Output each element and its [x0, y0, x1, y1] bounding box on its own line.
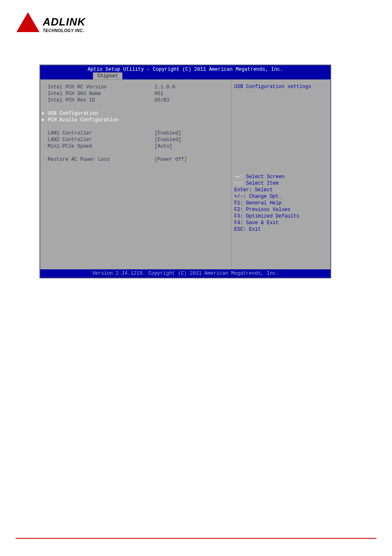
rc-version-value: 1.1.0.0	[154, 84, 229, 90]
submenu-pch-azalia[interactable]: ▶ PCH Azalia Configuration	[40, 117, 231, 123]
nav-key: ↑↓:	[234, 181, 243, 186]
nav-f2: F2: Previous Values	[234, 206, 328, 213]
rc-version-label: Intel PCH RC Version	[48, 84, 154, 90]
nav-enter: Enter: Select	[234, 187, 328, 193]
option-row-minipcie[interactable]: Mini-PCIe Speed [Auto]	[40, 143, 231, 150]
bios-header: Aptio Setup Utility – Copyright (C) 2011…	[40, 65, 330, 79]
sku-name-label: Intel PCH SKU Name	[48, 90, 154, 97]
nav-f4: F4: Save & Exit	[234, 220, 328, 226]
rev-id-label: Intel PCH Rev ID	[48, 97, 154, 104]
nav-change-opt: +/-: Change Opt.	[234, 193, 328, 200]
bios-window: Aptio Setup Utility – Copyright (C) 2011…	[39, 65, 331, 278]
sku-name-value: H61	[154, 90, 229, 97]
lan2-value: [Enabled]	[154, 137, 229, 143]
nav-text: Select Screen	[243, 174, 285, 180]
option-row-lan1[interactable]: LAN1 Controller [Enabled]	[40, 130, 231, 137]
minipcie-label: Mini-PCIe Speed	[48, 143, 154, 150]
rev-id-value: 05/B3	[154, 97, 229, 104]
nav-help-block: →←: Select Screen ↑↓: Select Item Enter:…	[234, 174, 328, 233]
info-row-sku-name: Intel PCH SKU Name H61	[40, 90, 231, 97]
logo-text: ADLINK TECHNOLOGY INC.	[43, 16, 85, 33]
restore-label: Restore AC Power Loss	[48, 156, 154, 163]
logo-tagline: TECHNOLOGY INC.	[43, 28, 85, 33]
info-row-rev-id: Intel PCH Rev ID 05/B3	[40, 97, 231, 104]
item-help-text: USB Configuration settings	[234, 84, 328, 90]
spacer	[40, 104, 231, 110]
submenu-arrow-icon: ▶	[42, 110, 48, 117]
tab-chipset[interactable]: Chipset	[93, 72, 122, 79]
nav-key: →←:	[234, 174, 243, 180]
nav-text: Select Item	[243, 181, 279, 186]
lan2-label: LAN2 Controller	[48, 137, 154, 143]
nav-select-screen: →←: Select Screen	[234, 174, 328, 180]
spacer	[40, 150, 231, 156]
logo-triangle-icon	[16, 12, 39, 32]
bios-body: Intel PCH RC Version 1.1.0.0 Intel PCH S…	[40, 79, 330, 269]
bios-right-pane: USB Configuration settings →←: Select Sc…	[232, 79, 330, 269]
nav-select-item: ↑↓: Select Item	[234, 180, 328, 187]
nav-f3: F3: Optimized Defaults	[234, 213, 328, 220]
restore-value: [Power Off]	[154, 156, 229, 163]
nav-esc: ESC: Exit	[234, 226, 328, 233]
nav-f1: F1: General Help	[234, 200, 328, 206]
bios-left-pane: Intel PCH RC Version 1.1.0.0 Intel PCH S…	[40, 79, 232, 269]
bios-title: Aptio Setup Utility – Copyright (C) 2011…	[40, 66, 330, 73]
logo-brand: ADLINK	[43, 16, 85, 28]
lan1-label: LAN1 Controller	[48, 130, 154, 137]
brand-logo: ADLINK TECHNOLOGY INC.	[16, 12, 85, 36]
option-row-lan2[interactable]: LAN2 Controller [Enabled]	[40, 137, 231, 143]
submenu-arrow-icon: ▶	[42, 117, 48, 123]
submenu-usb-configuration[interactable]: ▶ USB Configuration	[40, 110, 231, 117]
bios-footer: Version 2.14.1219. Copyright (C) 2011 Am…	[40, 269, 330, 278]
option-row-restore-ac[interactable]: Restore AC Power Loss [Power Off]	[40, 156, 231, 163]
lan1-value: [Enabled]	[154, 130, 229, 137]
logo-mark	[16, 12, 40, 36]
spacer	[40, 123, 231, 130]
info-row-rc-version: Intel PCH RC Version 1.1.0.0	[40, 84, 231, 90]
page-footer-rule	[16, 538, 376, 539]
submenu-azalia-label: PCH Azalia Configuration	[48, 117, 119, 123]
minipcie-value: [Auto]	[154, 143, 229, 150]
submenu-usb-label: USB Configuration	[48, 110, 98, 117]
